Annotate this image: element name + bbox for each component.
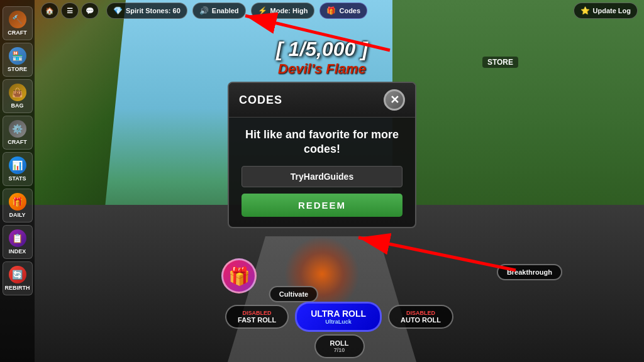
auto-roll-button[interactable]: DISABLED AUTO ROLL [388,305,453,329]
codes-icon: 🎁 [326,6,336,15]
codes-tagline: Hit like and favorite for more codes! [242,128,402,157]
craft-icon: 🔨 [9,11,26,28]
roll-buttons-area: DISABLED FAST ROLL ULTRA ROLL UltraLuck … [35,302,644,358]
sound-icon: 🔊 [199,6,209,15]
gift-icon-container: 🎁 [221,258,259,296]
sidebar-item-craft[interactable]: 🔨 CRAFT [3,6,33,40]
roll-top-row: DISABLED FAST ROLL ULTRA ROLL UltraLuck … [225,302,453,332]
sidebar-item-store[interactable]: 🏪 STORE [3,43,33,77]
ultra-roll-button[interactable]: ULTRA ROLL UltraLuck [295,302,382,332]
store-icon: 🏪 [9,47,26,65]
item-name: Devil's Flame [276,61,368,77]
chat-button[interactable]: 💬 [81,3,99,19]
breakthrough-button[interactable]: Breakthrough [497,264,562,280]
mode-button[interactable]: ⚡ Mode: High [251,3,315,19]
codes-button[interactable]: 🎁 Codes [319,3,367,19]
codes-modal-header: CODES ✕ [229,83,415,118]
sidebar-item-bag[interactable]: 👜 BAG [3,79,33,113]
update-log-button[interactable]: ⭐ Update Log [574,3,638,19]
topbar: 🏠 ☰ 💬 💎 Spirit Stones: 60 🔊 Enabled ⚡ Mo… [35,0,644,21]
counter-display: [ 1/5,000 ] Devil's Flame [276,38,368,77]
sidebar-item-daily[interactable]: 🎁 DAILY [3,189,33,222]
codes-modal-title: CODES [239,94,282,107]
update-icon: ⭐ [580,6,590,15]
bag-icon: 👜 [9,84,26,101]
sidebar-item-index[interactable]: 📋 INDEX [3,225,33,259]
fast-roll-button[interactable]: DISABLED FAST ROLL [225,305,289,329]
store-popup-label: STORE [482,57,518,68]
spirit-stones-button[interactable]: 💎 Spirit Stones: 60 [106,3,187,19]
craft2-icon: ⚙️ [9,120,26,138]
roll-button[interactable]: ROLL 7/10 [314,334,365,358]
gift-button[interactable]: 🎁 [221,258,257,293]
counter-value: [ 1/5,000 ] [276,38,368,61]
roll-bottom-row: ROLL 7/10 [314,334,365,358]
sidebar-item-stats[interactable]: 📊 STATS [3,152,33,186]
rebirth-icon: 🔄 [9,266,26,283]
menu-button[interactable]: ☰ [61,3,79,19]
spirit-stones-icon: 💎 [113,6,123,15]
close-modal-button[interactable]: ✕ [384,89,405,111]
sidebar-item-rebirth[interactable]: 🔄 REBIRTH [3,261,33,295]
codes-modal: CODES ✕ Hit like and favorite for more c… [228,82,416,228]
sidebar: 🔨 CRAFT 🏪 STORE 👜 BAG ⚙️ CRAFT 📊 STATS 🎁… [0,0,35,362]
stats-icon: 📊 [9,156,26,174]
code-input[interactable] [242,166,402,187]
daily-icon: 🎁 [9,193,26,211]
sidebar-item-craft2[interactable]: ⚙️ CRAFT [3,116,33,150]
sound-button[interactable]: 🔊 Enabled [192,3,246,19]
mode-icon: ⚡ [258,6,267,15]
index-icon: 📋 [9,229,26,247]
redeem-button[interactable]: REDEEM [242,194,402,217]
codes-modal-body: Hit like and favorite for more codes! RE… [229,118,415,227]
cultivate-button[interactable]: Cultivate [269,286,318,302]
home-button[interactable]: 🏠 [41,3,58,19]
